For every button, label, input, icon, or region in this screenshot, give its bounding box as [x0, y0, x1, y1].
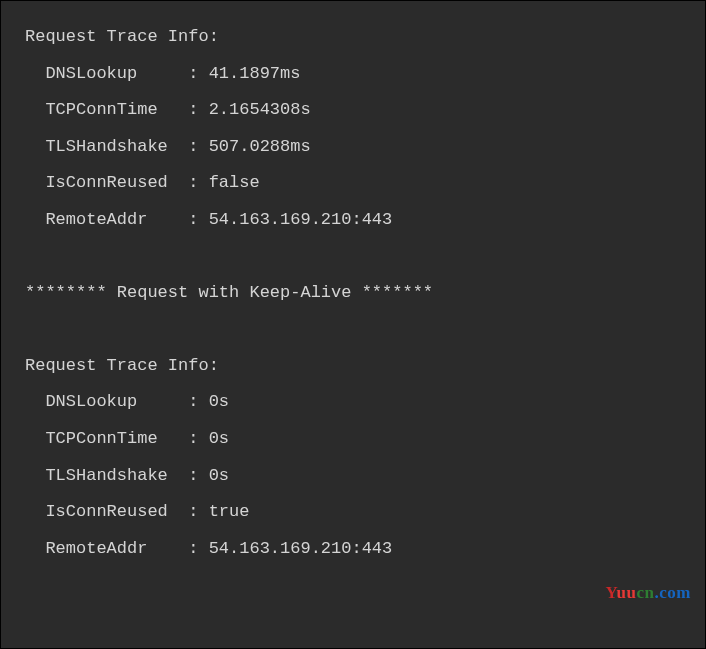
trace-row: TCPConnTime : 2.1654308s	[25, 92, 705, 129]
trace-row: TLSHandshake : 0s	[25, 458, 705, 495]
trace-label: RemoteAddr	[25, 210, 178, 229]
trace-sep: :	[178, 137, 209, 156]
trace-value: 0s	[209, 392, 229, 411]
trace-value: 54.163.169.210:443	[209, 539, 393, 558]
watermark: Yuucn.com	[605, 575, 691, 612]
blank-line	[25, 238, 705, 275]
trace-value: true	[209, 502, 250, 521]
trace-sep: :	[178, 466, 209, 485]
trace-sep: :	[178, 100, 209, 119]
trace-label: IsConnReused	[25, 173, 178, 192]
trace-value: 54.163.169.210:443	[209, 210, 393, 229]
trace-value: 41.1897ms	[209, 64, 301, 83]
trace-row: RemoteAddr : 54.163.169.210:443	[25, 202, 705, 239]
trace-label: DNSLookup	[25, 392, 178, 411]
trace-row: RemoteAddr : 54.163.169.210:443	[25, 531, 705, 568]
trace-value: 2.1654308s	[209, 100, 311, 119]
trace-value: 507.0288ms	[209, 137, 311, 156]
trace-label: TLSHandshake	[25, 466, 178, 485]
trace-value: false	[209, 173, 260, 192]
trace-sep: :	[178, 173, 209, 192]
watermark-text: uu	[617, 583, 637, 602]
trace-label: TCPConnTime	[25, 100, 178, 119]
trace-row: IsConnReused : false	[25, 165, 705, 202]
trace-row: DNSLookup : 0s	[25, 384, 705, 421]
trace-value: 0s	[209, 429, 229, 448]
trace-label: RemoteAddr	[25, 539, 178, 558]
trace-label: TLSHandshake	[25, 137, 178, 156]
trace-row: TLSHandshake : 507.0288ms	[25, 129, 705, 166]
trace-row: DNSLookup : 41.1897ms	[25, 56, 705, 93]
trace-sep: :	[178, 210, 209, 229]
trace-label: DNSLookup	[25, 64, 178, 83]
blank-line	[25, 311, 705, 348]
trace-row: IsConnReused : true	[25, 494, 705, 531]
trace-label: IsConnReused	[25, 502, 178, 521]
watermark-text: Y	[605, 583, 616, 602]
trace-value: 0s	[209, 466, 229, 485]
watermark-text: .com	[655, 583, 691, 602]
trace-heading: Request Trace Info:	[25, 348, 705, 385]
trace-row: TCPConnTime : 0s	[25, 421, 705, 458]
trace-sep: :	[178, 429, 209, 448]
section-separator: ******** Request with Keep-Alive *******	[25, 275, 705, 312]
trace-sep: :	[178, 539, 209, 558]
trace-heading: Request Trace Info:	[25, 19, 705, 56]
trace-sep: :	[178, 502, 209, 521]
trace-sep: :	[178, 392, 209, 411]
watermark-text: cn	[637, 583, 655, 602]
trace-sep: :	[178, 64, 209, 83]
trace-label: TCPConnTime	[25, 429, 178, 448]
